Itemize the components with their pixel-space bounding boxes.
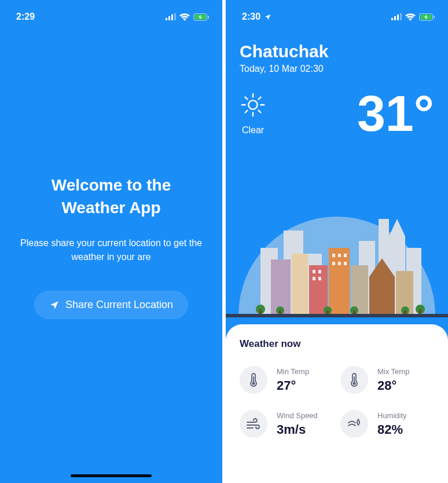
wind-value: 3m/s — [277, 422, 318, 437]
status-icons — [166, 13, 210, 21]
svg-rect-59 — [226, 314, 448, 317]
card-title: Weather now — [240, 338, 434, 350]
status-bar: 2:29 — [0, 0, 222, 25]
metric-humidity: Humidity 82% — [340, 410, 434, 438]
humidity-icon — [340, 410, 368, 438]
svg-rect-41 — [332, 254, 335, 257]
svg-rect-2 — [171, 14, 173, 20]
min-temp-label: Min Temp — [277, 367, 309, 376]
cellular-signal-icon — [166, 13, 176, 20]
humidity-value: 82% — [377, 422, 407, 437]
svg-rect-1 — [168, 16, 170, 20]
svg-rect-46 — [344, 262, 347, 265]
metric-max-temp: Mix Temp 28° — [340, 366, 434, 394]
location-name: Chatuchak — [226, 25, 448, 64]
status-icons — [391, 13, 435, 21]
home-indicator[interactable] — [71, 474, 152, 477]
svg-rect-37 — [313, 270, 315, 273]
svg-rect-3 — [174, 13, 176, 20]
location-arrow-icon — [49, 300, 60, 310]
date-time: Today, 10 Mar 02:30 — [226, 64, 448, 74]
weather-now-card: Weather now Min Temp 27° Mix Temp 28° — [226, 324, 448, 483]
location-arrow-icon — [264, 13, 271, 21]
max-temp-label: Mix Temp — [377, 367, 409, 376]
status-time-wrap: 2:30 — [242, 12, 271, 22]
svg-point-14 — [248, 100, 257, 109]
metric-min-temp: Min Temp 27° — [240, 366, 333, 394]
wifi-icon — [179, 13, 190, 21]
share-location-label: Share Current Location — [65, 299, 173, 311]
welcome-screen: 2:29 Welcome to the Weather App Please s… — [0, 0, 222, 483]
welcome-title-line1: Welcome to the — [52, 176, 171, 194]
wind-icon — [240, 410, 267, 438]
max-temp-value: 28° — [377, 378, 409, 393]
svg-rect-39 — [313, 277, 315, 280]
thermometer-icon — [340, 366, 368, 394]
svg-rect-44 — [332, 262, 335, 265]
status-time: 2:30 — [242, 12, 260, 22]
wind-label: Wind Speed — [277, 411, 318, 420]
battery-charging-icon — [193, 13, 210, 21]
welcome-title-line2: Weather App — [61, 199, 160, 217]
current-temp: 31° — [357, 88, 434, 139]
svg-rect-45 — [338, 262, 341, 265]
svg-rect-9 — [397, 14, 399, 20]
welcome-title: Welcome to the Weather App — [16, 174, 206, 219]
wifi-icon — [405, 13, 416, 21]
svg-rect-42 — [338, 254, 341, 257]
humidity-label: Humidity — [377, 411, 407, 420]
metric-wind: Wind Speed 3m/s — [240, 410, 333, 438]
svg-rect-6 — [208, 16, 209, 19]
share-location-button[interactable]: Share Current Location — [34, 291, 188, 319]
svg-rect-7 — [391, 18, 393, 20]
status-bar: 2:30 — [226, 0, 448, 25]
weather-detail-screen: 2:30 Chatuchak Today, 10 Mar 02:30 — [226, 0, 448, 483]
status-time: 2:29 — [16, 12, 35, 22]
svg-rect-10 — [400, 13, 402, 20]
svg-rect-33 — [329, 248, 350, 315]
svg-line-21 — [245, 110, 247, 112]
welcome-subtitle: Please share your current location to ge… — [16, 236, 206, 264]
condition-label: Clear — [242, 125, 264, 136]
svg-line-19 — [245, 97, 247, 99]
svg-rect-43 — [344, 254, 347, 257]
svg-rect-40 — [318, 277, 321, 280]
svg-rect-38 — [318, 270, 321, 273]
thermometer-icon — [240, 366, 267, 394]
cellular-signal-icon — [391, 13, 402, 20]
battery-charging-icon — [419, 13, 435, 21]
city-illustration — [226, 196, 448, 329]
svg-rect-0 — [166, 18, 167, 20]
svg-rect-13 — [434, 16, 435, 19]
min-temp-value: 27° — [277, 378, 309, 393]
svg-rect-8 — [394, 16, 396, 20]
sun-icon — [240, 92, 266, 118]
svg-rect-31 — [292, 254, 308, 315]
svg-line-20 — [258, 110, 260, 112]
svg-line-22 — [258, 97, 260, 99]
